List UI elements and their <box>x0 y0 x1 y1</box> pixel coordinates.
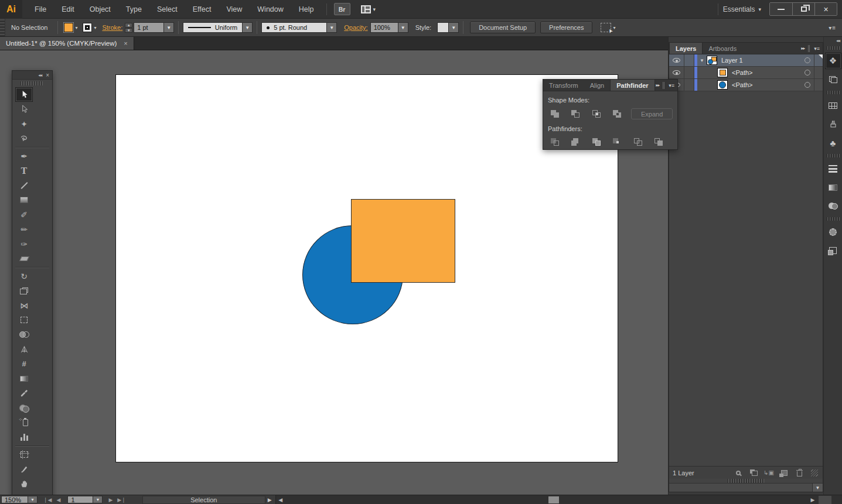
mesh-tool[interactable]: # <box>15 356 33 371</box>
unite-button[interactable] <box>548 109 563 119</box>
step-up-icon[interactable]: ▲ <box>125 23 132 28</box>
crop-button[interactable] <box>611 137 626 148</box>
stroke-link[interactable]: Stroke: <box>102 24 122 31</box>
step-down-icon[interactable]: ▼ <box>125 28 132 33</box>
control-panel-menu-icon[interactable]: ▾≡ <box>829 25 836 31</box>
symbols-panel-icon[interactable]: ♣ <box>825 135 841 151</box>
width-tool[interactable]: ⋈ <box>15 298 33 313</box>
close-tab-icon[interactable]: × <box>124 40 127 47</box>
fill-color-control[interactable]: ▾ <box>64 23 79 32</box>
brush-definition-dropdown-button[interactable]: ▼ <box>327 22 337 33</box>
restore-button[interactable] <box>792 3 814 15</box>
path-thumbnail[interactable] <box>717 80 728 90</box>
stroke-weight-field[interactable]: 1 pt <box>134 22 164 33</box>
scroll-right-icon[interactable]: ▶ <box>808 495 817 504</box>
opacity-dropdown[interactable]: ▼ <box>398 22 408 33</box>
opacity-link[interactable]: Opacity: <box>344 24 367 31</box>
make-clipping-mask-button[interactable] <box>749 469 758 477</box>
target-icon[interactable] <box>804 70 810 76</box>
brushes-panel-icon[interactable] <box>825 116 841 132</box>
arrange-documents-button[interactable]: ▾ <box>361 5 376 13</box>
dock-grip[interactable] <box>827 46 840 50</box>
panel-resize-grip[interactable] <box>810 469 819 477</box>
menu-edit[interactable]: Edit <box>54 0 82 19</box>
selection-tool[interactable] <box>15 87 33 102</box>
layer-thumbnail[interactable] <box>707 56 717 65</box>
expand-dock-icon[interactable]: ◂◂ <box>836 38 840 43</box>
select-similar-icon[interactable] <box>601 23 611 32</box>
pen-tool[interactable]: ✒ <box>15 149 33 163</box>
appearance-panel-icon[interactable] <box>825 224 841 240</box>
blend-tool[interactable] <box>15 400 33 415</box>
new-sublayer-button[interactable]: ↳▣ <box>764 469 773 477</box>
close-button[interactable]: × <box>814 3 837 15</box>
intersect-button[interactable] <box>589 109 605 119</box>
visibility-cell[interactable] <box>669 54 684 66</box>
tab-pathfinder[interactable]: Pathfinder <box>610 80 654 91</box>
collapse-panel-icon[interactable]: ◂◂ <box>38 73 42 78</box>
layers-panel-icon[interactable]: ❖ <box>825 53 841 69</box>
stroke-weight-stepper[interactable]: ▲▼ <box>125 23 132 33</box>
first-artboard-icon[interactable]: ❘◀ <box>43 497 52 503</box>
graphic-styles-panel-icon[interactable] <box>825 242 841 259</box>
target-icon[interactable] <box>804 82 810 88</box>
opacity-field[interactable]: 100% <box>370 22 398 33</box>
target-icon[interactable] <box>804 57 810 63</box>
zoom-level-dropdown[interactable]: ▼ <box>28 496 38 503</box>
selection-indicator-cell[interactable] <box>814 67 823 78</box>
previous-artboard-icon[interactable]: ◀ <box>56 497 60 503</box>
symbol-sprayer-tool[interactable] <box>15 415 33 430</box>
locate-object-button[interactable] <box>734 469 743 477</box>
free-transform-tool[interactable] <box>15 313 33 327</box>
shape-builder-tool[interactable] <box>15 327 33 342</box>
minimize-button[interactable] <box>770 3 792 15</box>
gradient-tool[interactable] <box>15 371 33 386</box>
panel-menu-icon[interactable]: ▾≡ <box>669 83 674 88</box>
slice-tool[interactable] <box>15 462 33 476</box>
horizontal-scrollbar[interactable]: ◀ ▶ <box>275 495 842 504</box>
brush-definition-dropdown[interactable]: 5 pt. Round <box>261 22 327 33</box>
menu-select[interactable]: Select <box>149 0 185 19</box>
lock-cell[interactable] <box>684 54 694 66</box>
paintbrush-tool[interactable]: ✐ <box>15 207 33 222</box>
perspective-grid-tool[interactable] <box>15 342 33 356</box>
layer-name[interactable]: Layer 1 <box>721 57 743 64</box>
panel-drag-grip[interactable] <box>21 81 44 85</box>
menu-window[interactable]: Window <box>250 0 291 19</box>
path-thumbnail[interactable] <box>717 68 728 77</box>
exclude-button[interactable] <box>611 109 626 119</box>
hand-tool[interactable] <box>15 476 33 491</box>
tab-transform[interactable]: Transform <box>543 80 584 91</box>
delete-selection-button[interactable] <box>795 469 804 477</box>
next-artboard-icon[interactable]: ▶ <box>108 497 113 503</box>
path-name[interactable]: <Path> <box>732 81 752 88</box>
dock-grip[interactable] <box>827 91 840 94</box>
scale-tool[interactable] <box>15 283 33 298</box>
menu-object[interactable]: Object <box>82 0 118 19</box>
minus-back-button[interactable] <box>652 137 667 148</box>
style-swatch[interactable] <box>437 22 449 33</box>
width-profile-dropdown-button[interactable]: ▼ <box>243 22 253 33</box>
stroke-panel-icon[interactable] <box>825 160 841 177</box>
lock-cell[interactable] <box>684 79 694 91</box>
menu-type[interactable]: Type <box>118 0 149 19</box>
lasso-tool[interactable] <box>15 131 33 146</box>
tab-align[interactable]: Align <box>584 80 610 91</box>
layer-row-path-orange[interactable]: <Path> <box>669 67 823 79</box>
pencil-tool[interactable]: ✏ <box>15 222 33 236</box>
panel-menu-icon[interactable]: ▾≡ <box>814 46 820 52</box>
status-menu-icon[interactable]: ▶ <box>268 497 272 503</box>
rectangle-tool[interactable] <box>15 193 33 207</box>
type-tool[interactable]: T <box>15 163 33 178</box>
collapse-panel-icon[interactable]: ▸▸ <box>801 46 804 51</box>
dock-grip[interactable] <box>827 217 840 221</box>
lock-cell[interactable] <box>684 67 694 78</box>
minus-front-button[interactable] <box>569 109 584 119</box>
new-layer-button[interactable] <box>779 469 789 477</box>
artboard-tool[interactable] <box>15 447 33 462</box>
menu-help[interactable]: Help <box>291 0 322 19</box>
eyedropper-tool[interactable] <box>15 386 33 400</box>
artboards-panel-icon[interactable] <box>825 71 841 88</box>
stroke-weight-dropdown[interactable]: ▼ <box>164 22 174 33</box>
selection-indicator-cell[interactable] <box>814 79 823 91</box>
